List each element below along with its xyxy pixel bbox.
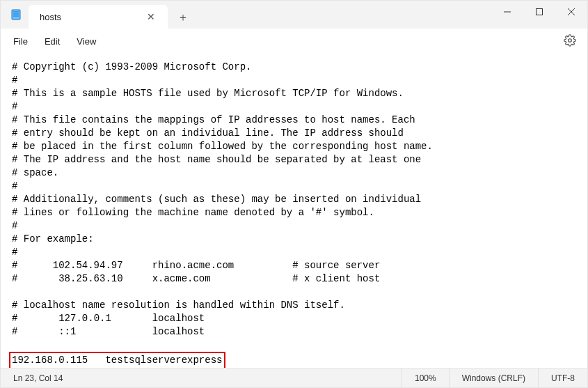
notepad-app-icon	[10, 9, 22, 20]
text-editor[interactable]: # Copyright (c) 1993-2009 Microsoft Corp…	[1, 54, 587, 368]
svg-point-8	[569, 38, 572, 42]
maximize-button[interactable]	[523, 1, 555, 23]
svg-rect-5	[537, 9, 543, 15]
new-tab-button[interactable]: ＋	[172, 6, 194, 29]
titlebar: hosts ✕ ＋	[1, 1, 587, 29]
gear-icon	[564, 38, 576, 49]
svg-rect-0	[12, 10, 20, 20]
status-position[interactable]: Ln 23, Col 14	[1, 368, 75, 387]
menubar: File Edit View	[1, 29, 587, 54]
minimize-button[interactable]	[491, 1, 523, 23]
status-encoding[interactable]: UTF-8	[538, 368, 587, 387]
statusbar: Ln 23, Col 14 100% Windows (CRLF) UTF-8	[1, 368, 587, 387]
tab-strip: hosts ✕ ＋	[29, 1, 194, 29]
close-tab-icon[interactable]: ✕	[144, 10, 158, 24]
window-controls	[491, 1, 587, 29]
highlighted-entry: 192.168.0.115 testsqlserverexpress	[9, 352, 225, 368]
menu-view[interactable]: View	[68, 32, 104, 51]
menu-edit[interactable]: Edit	[36, 32, 68, 51]
settings-button[interactable]	[557, 30, 583, 53]
close-window-button[interactable]	[555, 1, 587, 23]
menu-file[interactable]: File	[5, 32, 36, 51]
tab-title: hosts	[40, 12, 61, 22]
tab-hosts[interactable]: hosts ✕	[29, 5, 168, 29]
status-line-ending[interactable]: Windows (CRLF)	[449, 368, 538, 387]
status-zoom[interactable]: 100%	[402, 368, 449, 387]
